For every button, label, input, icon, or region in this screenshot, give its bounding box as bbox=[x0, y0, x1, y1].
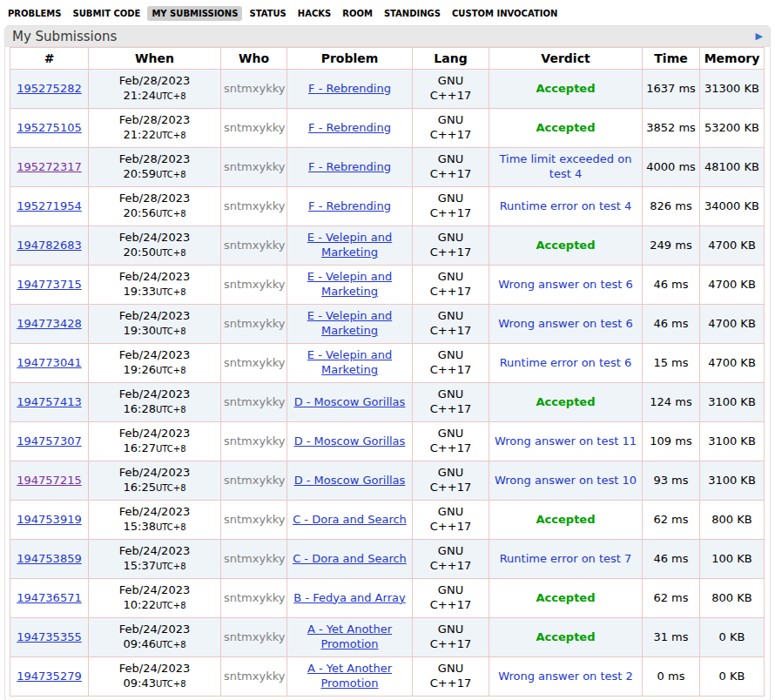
problem-link[interactable]: A - Yet Another Promotion bbox=[307, 623, 392, 650]
problem-link[interactable]: F - Rebrending bbox=[308, 82, 391, 95]
submission-id-link[interactable]: 194757413 bbox=[17, 395, 81, 408]
problem-link[interactable]: B - Fedya and Array bbox=[293, 591, 405, 604]
submission-id-link[interactable]: 194753859 bbox=[17, 552, 81, 565]
problem-link[interactable]: F - Rebrending bbox=[308, 199, 391, 212]
submission-date: Feb/24/2023 bbox=[91, 583, 218, 598]
problem-cell: E - Velepin and Marketing bbox=[287, 305, 413, 344]
username-link[interactable]: sntmxykky bbox=[224, 591, 285, 604]
submission-time: 16:27UTC+8 bbox=[91, 441, 218, 456]
username-link[interactable]: sntmxykky bbox=[224, 199, 285, 212]
expand-arrow-icon[interactable]: ▶ bbox=[756, 31, 763, 41]
submission-id-cell: 194753919 bbox=[10, 501, 89, 540]
language-label: GNU C++17 bbox=[430, 231, 472, 260]
submission-id-link[interactable]: 194773428 bbox=[17, 317, 81, 330]
problem-link[interactable]: A - Yet Another Promotion bbox=[307, 662, 392, 690]
memory-cell: 100 KB bbox=[700, 540, 765, 579]
submission-time: 15:38UTC+8 bbox=[91, 520, 218, 535]
problem-link[interactable]: F - Rebrending bbox=[308, 121, 391, 134]
nav-item-room[interactable]: ROOM bbox=[338, 6, 377, 21]
username-link[interactable]: sntmxykky bbox=[224, 474, 285, 487]
nav-item-problems[interactable]: PROBLEMS bbox=[3, 6, 66, 21]
when-cell: Feb/24/202316:28UTC+8 bbox=[89, 383, 221, 422]
memory-cell: 800 KB bbox=[700, 579, 765, 618]
nav-item-custom-invocation[interactable]: CUSTOM INVOCATION bbox=[448, 6, 562, 21]
submission-id-link[interactable]: 195272317 bbox=[17, 160, 81, 173]
problem-cell: C - Dora and Search bbox=[287, 540, 413, 579]
lang-cell: GNU C++17 bbox=[413, 266, 489, 305]
verdict-cell: Runtime error on test 6 bbox=[489, 344, 643, 383]
problem-link[interactable]: D - Moscow Gorillas bbox=[294, 474, 406, 487]
timezone-label: UTC+8 bbox=[156, 444, 186, 454]
username-link[interactable]: sntmxykky bbox=[224, 630, 285, 643]
submission-id-link[interactable]: 194735355 bbox=[17, 630, 81, 643]
nav-item-hacks[interactable]: HACKS bbox=[293, 6, 335, 21]
problem-link[interactable]: E - Velepin and Marketing bbox=[307, 231, 392, 259]
submission-id-link[interactable]: 194735279 bbox=[17, 670, 81, 683]
who-cell: sntmxykky bbox=[221, 579, 287, 618]
submission-date: Feb/24/2023 bbox=[91, 427, 218, 441]
username-link[interactable]: sntmxykky bbox=[224, 356, 285, 369]
problem-link[interactable]: F - Rebrending bbox=[308, 160, 391, 173]
username-link[interactable]: sntmxykky bbox=[224, 239, 285, 252]
who-cell: sntmxykky bbox=[221, 266, 287, 305]
verdict-cell: Accepted bbox=[489, 109, 643, 148]
verdict-label: Accepted bbox=[536, 630, 596, 643]
username-link[interactable]: sntmxykky bbox=[224, 513, 285, 526]
nav-item-my-submissions[interactable]: MY SUBMISSIONS bbox=[147, 6, 242, 21]
problem-cell: F - Rebrending bbox=[287, 148, 413, 187]
column-header-verdict: Verdict bbox=[489, 48, 643, 70]
problem-cell: C - Dora and Search bbox=[287, 501, 413, 540]
lang-cell: GNU C++17 bbox=[413, 383, 489, 422]
submission-id-link[interactable]: 195275105 bbox=[17, 121, 81, 134]
username-link[interactable]: sntmxykky bbox=[224, 670, 285, 683]
timezone-label: UTC+8 bbox=[156, 287, 186, 297]
who-cell: sntmxykky bbox=[221, 657, 287, 697]
submission-id-link[interactable]: 194753919 bbox=[17, 513, 81, 526]
problem-link[interactable]: D - Moscow Gorillas bbox=[294, 434, 406, 448]
nav-item-submit-code[interactable]: SUBMIT CODE bbox=[69, 6, 145, 21]
username-link[interactable]: sntmxykky bbox=[224, 434, 285, 448]
submission-id-link[interactable]: 194757215 bbox=[17, 474, 81, 487]
username-link[interactable]: sntmxykky bbox=[224, 82, 285, 95]
time-cell: 3852 ms bbox=[643, 109, 700, 148]
verdict-cell: Wrong answer on test 6 bbox=[489, 266, 643, 305]
memory-cell: 31300 KB bbox=[700, 70, 765, 109]
username-link[interactable]: sntmxykky bbox=[224, 552, 285, 565]
problem-link[interactable]: C - Dora and Search bbox=[293, 513, 407, 526]
who-cell: sntmxykky bbox=[221, 540, 287, 579]
username-link[interactable]: sntmxykky bbox=[224, 395, 285, 408]
username-link[interactable]: sntmxykky bbox=[224, 317, 285, 330]
verdict-cell: Accepted bbox=[489, 579, 643, 618]
submission-date: Feb/24/2023 bbox=[91, 231, 218, 246]
timezone-label: UTC+8 bbox=[156, 170, 186, 179]
submission-id-link[interactable]: 194757307 bbox=[17, 434, 81, 448]
problem-link[interactable]: E - Velepin and Marketing bbox=[307, 270, 392, 298]
verdict-label: Wrong answer on test 6 bbox=[498, 278, 633, 291]
nav-item-status[interactable]: STATUS bbox=[245, 6, 290, 21]
column-header-lang: Lang bbox=[413, 48, 489, 70]
when-cell: Feb/24/202315:37UTC+8 bbox=[89, 540, 221, 579]
problem-link[interactable]: C - Dora and Search bbox=[293, 552, 407, 565]
submission-time: 21:22UTC+8 bbox=[91, 128, 218, 143]
problem-link[interactable]: D - Moscow Gorillas bbox=[294, 395, 406, 408]
lang-cell: GNU C++17 bbox=[413, 501, 489, 540]
submission-time: 16:25UTC+8 bbox=[91, 481, 218, 495]
nav-item-standings[interactable]: STANDINGS bbox=[380, 6, 445, 21]
submission-id-link[interactable]: 195271954 bbox=[17, 199, 81, 212]
problem-link[interactable]: E - Velepin and Marketing bbox=[307, 309, 392, 337]
submission-id-link[interactable]: 194782683 bbox=[17, 239, 81, 252]
who-cell: sntmxykky bbox=[221, 422, 287, 461]
submission-id-link[interactable]: 194773715 bbox=[17, 278, 81, 291]
verdict-label: Time limit exceeded on test 4 bbox=[500, 152, 632, 180]
problem-link[interactable]: E - Velepin and Marketing bbox=[307, 348, 392, 376]
time-cell: 31 ms bbox=[643, 618, 700, 657]
username-link[interactable]: sntmxykky bbox=[224, 160, 285, 173]
submission-row: 194773715Feb/24/202319:33UTC+8sntmxykkyE… bbox=[10, 266, 765, 305]
submission-id-link[interactable]: 195275282 bbox=[17, 82, 81, 95]
submission-id-link[interactable]: 194736571 bbox=[17, 591, 81, 604]
when-cell: Feb/28/202321:24UTC+8 bbox=[89, 70, 221, 109]
language-label: GNU C++17 bbox=[430, 113, 472, 143]
username-link[interactable]: sntmxykky bbox=[224, 278, 285, 291]
username-link[interactable]: sntmxykky bbox=[224, 121, 285, 134]
submission-id-link[interactable]: 194773041 bbox=[17, 356, 81, 369]
